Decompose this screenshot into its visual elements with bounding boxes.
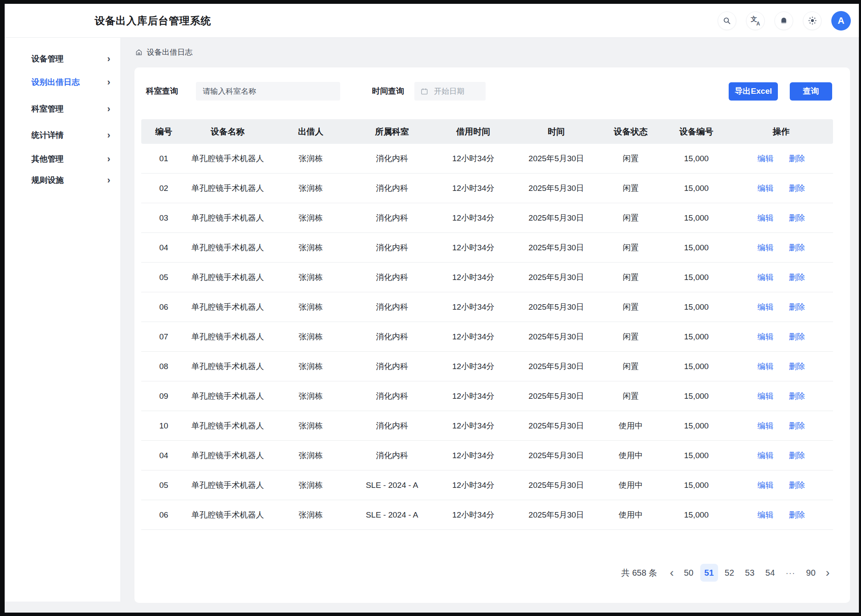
next-page-button[interactable]: ›: [822, 564, 833, 581]
filter-bar: 科室查询 时间查询 开始日期 导出Excel 查询: [146, 67, 832, 101]
cell-device-status: 使用中: [598, 441, 663, 470]
cell-borrow-duration: 12小时34分: [432, 441, 515, 470]
search-button[interactable]: [718, 11, 736, 30]
query-button[interactable]: 查询: [790, 82, 832, 101]
notification-button[interactable]: [774, 11, 793, 30]
edit-link[interactable]: 编辑: [758, 481, 774, 490]
chevron-right-icon: ›: [107, 54, 110, 64]
column-header-5: 借用时间: [432, 119, 515, 144]
delete-link[interactable]: 删除: [789, 243, 805, 252]
cell-device-status: 闲置: [598, 144, 663, 174]
cell-device-name: 单孔腔镜手术机器人: [186, 441, 269, 470]
cell-device-status: 闲置: [598, 233, 663, 263]
content-card: 科室查询 时间查询 开始日期 导出Excel 查询 编号设备名称出: [134, 67, 850, 603]
delete-link[interactable]: 删除: [789, 184, 805, 193]
sidebar-item-4[interactable]: 统计详情›: [5, 126, 120, 145]
cell-date: 2025年5月30日: [515, 381, 598, 411]
column-header-8: 设备编号: [663, 119, 729, 144]
table-row: 04单孔腔镜手术机器人张润栋消化内科12小时34分2025年5月30日闲置15,…: [141, 233, 833, 263]
delete-link[interactable]: 删除: [789, 392, 805, 400]
cell-borrow-duration: 12小时34分: [432, 470, 515, 500]
sidebar-nav: 设备管理›设别出借日志›科室管理›统计详情›其他管理›规则设施›: [5, 38, 121, 602]
header-icon-group: 文AA: [718, 11, 851, 31]
translate-button[interactable]: 文A: [746, 11, 765, 30]
cell-operations: 编辑删除: [729, 322, 833, 352]
cell-borrow-duration: 12小时34分: [432, 233, 515, 263]
dept-query-label: 科室查询: [146, 86, 178, 97]
page-button-51[interactable]: 51: [700, 564, 718, 582]
delete-link[interactable]: 删除: [789, 154, 805, 163]
edit-link[interactable]: 编辑: [758, 362, 774, 371]
sidebar-item-6[interactable]: 规则设施›: [5, 171, 120, 190]
cell-lender: 张润栋: [269, 322, 352, 352]
breadcrumb[interactable]: 设备出借日志: [135, 45, 859, 59]
cell-device-name: 单孔腔镜手术机器人: [186, 144, 269, 174]
settings-button[interactable]: [803, 11, 822, 30]
edit-link[interactable]: 编辑: [758, 510, 774, 519]
cell-department: 消化内科: [352, 174, 432, 203]
delete-link[interactable]: 删除: [789, 510, 805, 519]
edit-link[interactable]: 编辑: [758, 302, 774, 311]
column-header-1: 编号: [141, 119, 186, 144]
sidebar-item-2[interactable]: 设别出借日志›: [5, 73, 120, 92]
delete-link[interactable]: 删除: [789, 451, 805, 460]
page-button-52[interactable]: 52: [721, 564, 738, 582]
delete-link[interactable]: 删除: [789, 362, 805, 371]
page-jump-ellipsis[interactable]: ···: [782, 564, 800, 582]
cell-operations: 编辑删除: [729, 203, 833, 233]
cell-date: 2025年5月30日: [515, 352, 598, 381]
delete-link[interactable]: 删除: [789, 213, 805, 222]
edit-link[interactable]: 编辑: [758, 421, 774, 430]
delete-link[interactable]: 删除: [789, 421, 805, 430]
column-header-4: 所属科室: [352, 119, 432, 144]
cell-lender: 张润栋: [269, 381, 352, 411]
page-button-53[interactable]: 53: [741, 564, 759, 582]
page-button-50[interactable]: 50: [680, 564, 698, 582]
main-content: 设备出借日志 科室查询 时间查询 开始日期 导出Excel 查询: [121, 38, 859, 613]
export-excel-button[interactable]: 导出Excel: [729, 82, 778, 101]
page-button-90[interactable]: 90: [802, 564, 820, 582]
cell-lender: 张润栋: [269, 352, 352, 381]
start-date-picker[interactable]: 开始日期: [414, 82, 486, 101]
cell-operations: 编辑删除: [729, 233, 833, 263]
cell-device-status: 闲置: [598, 263, 663, 292]
cell-operations: 编辑删除: [729, 381, 833, 411]
cell-borrow-duration: 12小时34分: [432, 500, 515, 530]
edit-link[interactable]: 编辑: [758, 184, 774, 193]
cell-lender: 张润栋: [269, 441, 352, 470]
calendar-icon: [420, 87, 428, 95]
page-button-54[interactable]: 54: [761, 564, 779, 582]
sidebar-item-5[interactable]: 其他管理›: [5, 150, 120, 168]
delete-link[interactable]: 删除: [789, 302, 805, 311]
cell-device-name: 单孔腔镜手术机器人: [186, 352, 269, 381]
cell-operations: 编辑删除: [729, 352, 833, 381]
settings-icon: [808, 16, 817, 25]
edit-link[interactable]: 编辑: [758, 451, 774, 460]
top-header: 设备出入库后台管理系统 文AA: [5, 4, 859, 38]
table-row: 01单孔腔镜手术机器人张润栋消化内科12小时34分2025年5月30日闲置15,…: [141, 144, 833, 174]
sidebar-item-1[interactable]: 设备管理›: [5, 50, 120, 68]
avatar[interactable]: A: [831, 11, 851, 31]
cell-operations: 编辑删除: [729, 292, 833, 322]
delete-link[interactable]: 删除: [789, 481, 805, 490]
time-query-label: 时间查询: [372, 86, 404, 97]
pagination-total: 共 658 条: [621, 567, 657, 579]
column-header-9: 操作: [729, 119, 833, 144]
edit-link[interactable]: 编辑: [758, 154, 774, 163]
delete-link[interactable]: 删除: [789, 332, 805, 341]
cell-lender: 张润栋: [269, 233, 352, 263]
cell-lender: 张润栋: [269, 174, 352, 203]
edit-link[interactable]: 编辑: [758, 332, 774, 341]
sidebar-item-3[interactable]: 科室管理›: [5, 100, 120, 118]
edit-link[interactable]: 编辑: [758, 243, 774, 252]
edit-link[interactable]: 编辑: [758, 392, 774, 400]
table-row: 04单孔腔镜手术机器人张润栋消化内科12小时34分2025年5月30日使用中15…: [141, 441, 833, 470]
cell-device-code: 15,000: [663, 233, 729, 263]
prev-page-button[interactable]: ‹: [666, 564, 677, 581]
cell-device-name: 单孔腔镜手术机器人: [186, 174, 269, 203]
dept-search-input[interactable]: [196, 82, 340, 101]
edit-link[interactable]: 编辑: [758, 273, 774, 282]
delete-link[interactable]: 删除: [789, 273, 805, 282]
edit-link[interactable]: 编辑: [758, 213, 774, 222]
cell-operations: 编辑删除: [729, 263, 833, 292]
